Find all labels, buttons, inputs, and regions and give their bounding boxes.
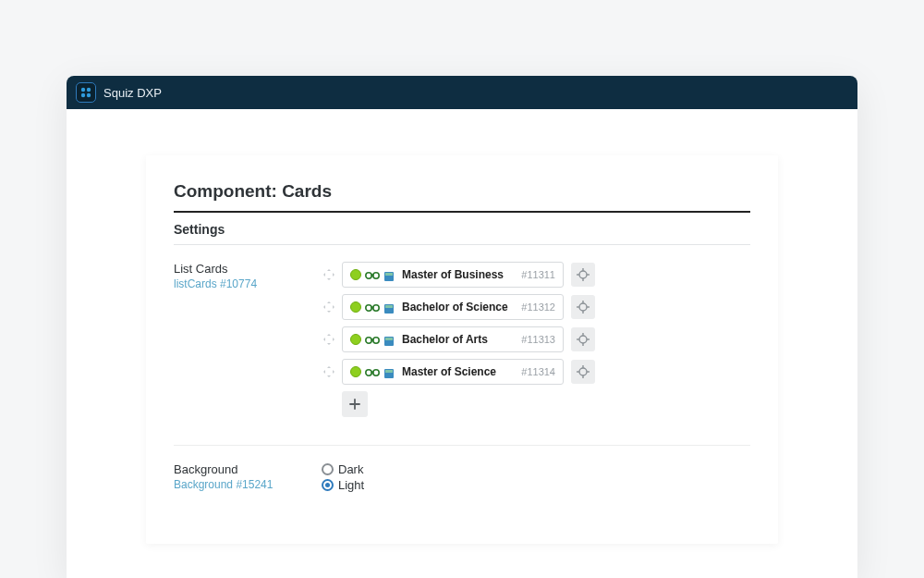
svg-rect-8 [385, 273, 393, 276]
svg-rect-26 [371, 339, 374, 341]
svg-point-14 [366, 305, 371, 311]
svg-point-3 [87, 93, 91, 97]
page-type-icon [383, 269, 395, 280]
svg-rect-6 [371, 275, 374, 277]
radio-icon [322, 463, 334, 475]
svg-point-5 [373, 273, 379, 278]
status-dot-icon [350, 269, 361, 280]
panel-title: Component: Cards [174, 176, 750, 213]
binoculars-icon [365, 366, 380, 377]
svg-point-35 [373, 370, 379, 375]
svg-point-4 [366, 273, 371, 278]
radio-option-dark[interactable]: Dark [322, 462, 750, 476]
list-cards-body: Master of Business #11311 [322, 262, 750, 417]
svg-point-9 [579, 271, 587, 278]
status-dot-icon [350, 334, 361, 345]
page-type-icon [383, 366, 395, 377]
list-cards-sublabel[interactable]: listCards #10774 [174, 277, 322, 290]
asset-id: #11311 [521, 269, 555, 280]
drag-handle-icon[interactable] [322, 332, 336, 347]
asset-chip[interactable]: Bachelor of Arts #11313 [342, 326, 564, 352]
svg-point-29 [579, 336, 587, 343]
plus-icon [348, 398, 361, 411]
svg-rect-18 [385, 305, 393, 308]
canvas: Component: Cards Settings List Cards lis… [67, 109, 857, 578]
binoculars-icon [365, 334, 380, 345]
asset-title: Master of Business [402, 268, 516, 281]
drag-handle-icon[interactable] [322, 364, 336, 379]
svg-point-2 [81, 93, 85, 97]
asset-chip[interactable]: Bachelor of Science #11312 [342, 294, 564, 320]
background-label: Background [174, 462, 322, 476]
svg-point-39 [579, 368, 587, 375]
svg-point-15 [373, 305, 379, 311]
drag-handle-icon[interactable] [322, 267, 336, 282]
row-list-cards: List Cards listCards #10774 Master o [174, 245, 750, 417]
svg-point-19 [579, 303, 587, 311]
component-panel: Component: Cards Settings List Cards lis… [146, 155, 778, 544]
app-logo-icon [76, 82, 96, 103]
svg-point-1 [87, 88, 91, 92]
asset-id: #11314 [521, 366, 555, 377]
svg-rect-16 [371, 307, 374, 309]
locate-button[interactable] [571, 327, 595, 351]
app-window: Squiz DXP Component: Cards Settings List… [67, 76, 857, 578]
svg-rect-38 [385, 370, 393, 373]
radio-option-light[interactable]: Light [322, 478, 750, 492]
locate-button[interactable] [571, 295, 595, 319]
svg-point-25 [373, 338, 379, 343]
asset-id: #11313 [521, 334, 555, 345]
app-title: Squiz DXP [103, 86, 162, 100]
page-type-icon [383, 301, 395, 313]
settings-heading: Settings [174, 213, 750, 245]
status-dot-icon [350, 301, 361, 313]
asset-title: Master of Science [402, 365, 516, 378]
svg-rect-28 [385, 338, 393, 340]
asset-title: Bachelor of Science [402, 301, 516, 314]
radio-label: Dark [338, 462, 363, 476]
background-body: Dark Light [322, 462, 750, 494]
svg-point-34 [366, 370, 371, 375]
svg-point-0 [81, 88, 85, 92]
list-cards-label: List Cards [174, 262, 322, 276]
svg-point-24 [366, 338, 371, 343]
background-sublabel[interactable]: Background #15241 [174, 478, 322, 491]
add-card-button[interactable] [342, 391, 368, 417]
title-bar: Squiz DXP [67, 76, 857, 109]
asset-chip[interactable]: Master of Business #11311 [342, 262, 564, 288]
list-item: Bachelor of Arts #11313 [322, 326, 750, 352]
drag-handle-icon[interactable] [322, 300, 336, 314]
asset-id: #11312 [521, 301, 555, 313]
locate-button[interactable] [571, 360, 595, 384]
list-item: Bachelor of Science #11312 [322, 294, 750, 320]
list-cards-label-block: List Cards listCards #10774 [174, 262, 322, 417]
radio-icon [322, 479, 334, 491]
row-background: Background Background #15241 Dark Light [174, 445, 750, 494]
list-item: Master of Business #11311 [322, 262, 750, 288]
page-type-icon [383, 334, 395, 345]
locate-button[interactable] [571, 263, 595, 287]
binoculars-icon [365, 269, 380, 280]
status-dot-icon [350, 366, 361, 377]
asset-title: Bachelor of Arts [402, 333, 516, 346]
radio-label: Light [338, 478, 364, 492]
asset-chip[interactable]: Master of Science #11314 [342, 359, 564, 385]
list-item: Master of Science #11314 [322, 359, 750, 385]
background-label-block: Background Background #15241 [174, 462, 322, 494]
svg-rect-36 [371, 372, 374, 374]
binoculars-icon [365, 301, 380, 313]
